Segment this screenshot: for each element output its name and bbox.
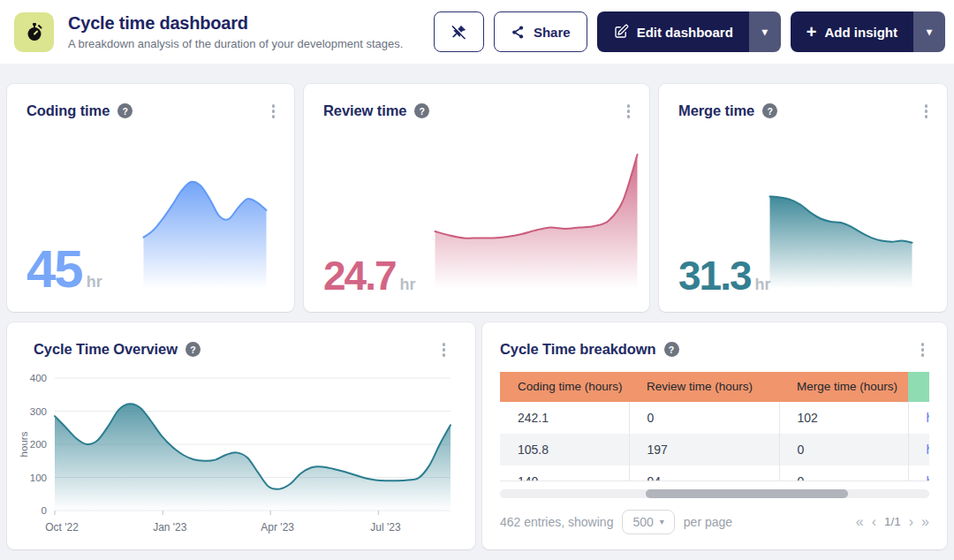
plus-icon: + [806,23,817,41]
scrollbar-thumb[interactable] [646,489,847,498]
help-icon[interactable]: ? [186,342,201,357]
svg-text:100: 100 [30,472,47,482]
first-page-icon[interactable]: « [856,514,864,530]
share-button[interactable]: Share [494,11,587,52]
metric-number: 24.7 [323,252,396,299]
caret-down-icon: ▾ [927,26,932,38]
card-title: Coding time [26,102,110,119]
page-title: Cycle time dashboard [68,13,403,34]
help-icon[interactable]: ? [664,342,679,357]
edit-dashboard-button[interactable]: Edit dashboard [597,11,749,52]
card-header: Cycle Time breakdown ? [500,322,929,360]
unpin-button[interactable] [434,11,484,52]
last-page-icon[interactable]: » [921,514,929,530]
metric-number: 45 [26,238,82,299]
help-icon[interactable]: ? [117,103,132,118]
header-actions: Share Edit dashboard ▾ + Add insight ▾ [434,11,945,52]
dashboard-logo [14,12,54,52]
help-icon[interactable]: ? [762,103,777,118]
column-header-merge: Merge time (hours) [779,372,908,402]
card-header: Merge time ? [659,84,947,122]
column-header-coding: Coding time (hours) [500,372,629,402]
svg-text:300: 300 [30,405,47,416]
cycle-time-breakdown-card: Cycle Time breakdown ? Coding time (hour… [482,322,947,549]
svg-text:hours: hours [19,431,29,457]
card-title: Cycle Time Overview [34,341,178,358]
card-header: Coding time ? [7,84,294,122]
svg-text:400: 400 [30,373,47,383]
card-header: Review time ? [304,84,649,122]
edit-dashboard-label: Edit dashboard [637,25,733,40]
header-titles: Cycle time dashboard A breakdown analysi… [68,13,403,50]
merge-time-card: Merge time ? 31.3 hr [659,84,947,312]
metric-value: 31.3 hr [678,252,771,299]
cycle-time-overview-card: Cycle Time Overview ? 0100200300400Oct '… [7,322,475,549]
card-title: Cycle Time breakdown [500,341,656,358]
page-subtitle: A breakdown analysis of the duration of … [68,37,403,50]
app-header: Cycle time dashboard A breakdown analysi… [0,0,954,64]
svg-text:0: 0 [42,505,47,516]
coding-time-sparkline [142,172,268,289]
merge-time-sparkline [768,185,913,289]
stopwatch-icon [24,21,45,42]
table-row: 105.8 197 0 http [500,434,929,465]
kebab-menu-icon[interactable] [622,101,636,122]
lower-cards-row: Cycle Time Overview ? 0100200300400Oct '… [7,322,947,549]
add-insight-dropdown[interactable]: ▾ [913,11,945,52]
breakdown-table: Coding time (hours) Review time (hours) … [500,372,929,481]
svg-text:Oct '22: Oct '22 [45,521,79,534]
page-size-select[interactable]: 500 ▾ [622,510,674,534]
dashboard-body: Coding time ? 45 hr Review time ? 24.7 h… [0,64,954,560]
metric-cards-row: Coding time ? 45 hr Review time ? 24.7 h… [7,84,947,312]
table-row: 140 94 0 http [500,465,929,481]
kebab-menu-icon[interactable] [920,101,934,122]
kebab-menu-icon[interactable] [437,339,451,360]
edit-dashboard-dropdown[interactable]: ▾ [749,11,781,52]
horizontal-scrollbar [500,489,929,498]
svg-text:Apr '23: Apr '23 [261,521,294,534]
metric-unit: hr [87,273,102,291]
caret-down-icon: ▾ [660,517,664,526]
svg-text:200: 200 [30,439,47,450]
metric-value: 24.7 hr [323,252,416,299]
table-footer: 462 entries, showing 500 ▾ per page « ‹ … [500,510,929,534]
row-link[interactable]: http [927,411,930,425]
edit-icon [613,24,629,40]
review-time-sparkline [434,148,639,289]
kebab-menu-icon[interactable] [267,101,281,122]
pin-off-icon [450,23,468,42]
per-page-text: per page [684,515,732,529]
share-button-label: Share [534,25,571,40]
metric-value: 45 hr [26,238,102,299]
share-icon [511,25,526,40]
add-insight-label: Add insight [825,25,898,40]
prev-page-icon[interactable]: ‹ [872,514,876,530]
caret-down-icon: ▾ [762,26,768,38]
page-indicator: 1/1 [884,515,901,528]
table-row: 242.1 0 102 http [500,402,929,434]
metric-number: 31.3 [678,252,751,299]
table-header-row: Coding time (hours) Review time (hours) … [500,372,929,402]
breakdown-table-viewport: Coding time (hours) Review time (hours) … [500,372,929,481]
cycle-time-overview-chart: 0100200300400Oct '22Jan '23Apr '23Jul '2… [18,366,458,539]
card-header: Cycle Time Overview ? [18,322,465,360]
card-title: Merge time [678,102,754,119]
next-page-icon[interactable]: › [909,514,913,530]
row-link[interactable]: http [927,474,930,481]
entries-count-text: 462 entries, showing [500,515,613,529]
column-header-review: Review time (hours) [629,372,779,402]
kebab-menu-icon[interactable] [916,339,930,360]
review-time-card: Review time ? 24.7 hr [304,84,649,312]
column-header-link [908,372,929,402]
metric-unit: hr [400,276,416,294]
edit-dashboard-split-button: Edit dashboard ▾ [597,11,781,52]
coding-time-card: Coding time ? 45 hr [7,84,294,312]
help-icon[interactable]: ? [414,103,429,118]
row-link[interactable]: http [927,443,930,457]
pagination: « ‹ 1/1 › » [856,514,929,530]
svg-text:Jul '23: Jul '23 [370,521,401,534]
metric-unit: hr [755,276,771,294]
add-insight-button[interactable]: + Add insight [791,11,913,52]
svg-text:Jan '23: Jan '23 [153,521,187,534]
card-title: Review time [323,102,406,119]
